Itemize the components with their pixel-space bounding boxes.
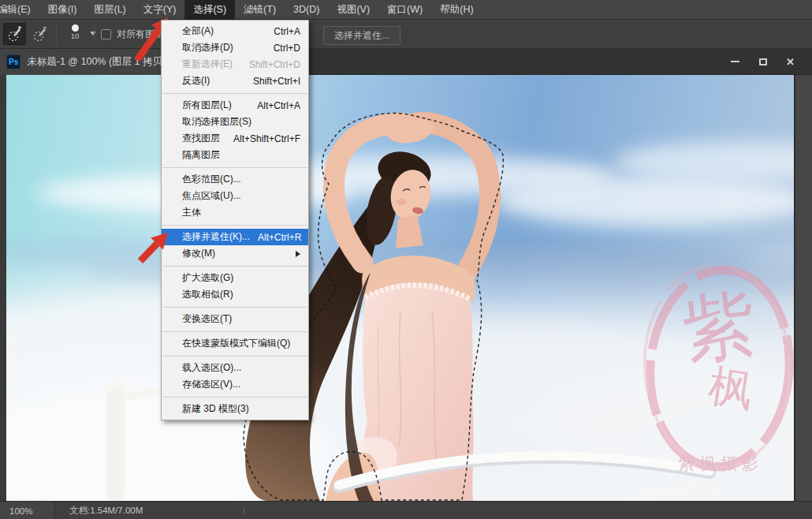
- menu-window[interactable]: 窗口(W): [378, 0, 431, 20]
- brush-size-picker[interactable]: 10: [61, 22, 88, 47]
- chevron-down-icon: [90, 32, 96, 35]
- watermark-char-feng: 枫: [706, 360, 757, 416]
- menu-item-load-selection[interactable]: 载入选区(O)...: [162, 360, 308, 376]
- menu-edit[interactable]: 编辑(E): [0, 0, 39, 20]
- menu-item-grow[interactable]: 扩大选取(G): [162, 270, 308, 286]
- quick-selection-new-button[interactable]: [3, 23, 26, 45]
- close-icon: ✕: [786, 56, 795, 68]
- menu-separator: [162, 93, 307, 94]
- quick-selection-subtract-icon: [32, 25, 49, 43]
- status-expander-icon[interactable]: 〉: [241, 505, 251, 517]
- maximize-icon: [759, 58, 767, 65]
- menu-item-transform-selection[interactable]: 变换选区(T): [162, 311, 308, 327]
- menu-item-isolate-layers[interactable]: 隔离图层: [162, 147, 308, 163]
- menu-item-reselect: 重新选择(E) Shift+Ctrl+D: [162, 56, 308, 73]
- photoshop-file-icon: Ps: [6, 54, 20, 69]
- menu-item-inverse[interactable]: 反选(I) Shift+Ctrl+I: [162, 73, 308, 89]
- submenu-arrow-icon: [296, 251, 300, 257]
- canvas-area: 紫 枫 紫枫摄影: [0, 75, 812, 501]
- menu-item-find-layers[interactable]: 查找图层 Alt+Shift+Ctrl+F: [162, 130, 308, 147]
- menu-3d[interactable]: 3D(D): [285, 1, 328, 18]
- menu-item-focus-area[interactable]: 焦点区域(U)...: [162, 188, 308, 204]
- menu-item-select-and-mask[interactable]: 选择并遮住(K)... Alt+Ctrl+R: [162, 229, 308, 245]
- menu-item-deselect-layers[interactable]: 取消选择图层(S): [162, 114, 308, 130]
- menu-select[interactable]: 选择(S): [184, 0, 235, 20]
- zoom-level-field[interactable]: 100%: [0, 502, 55, 519]
- minimize-icon: [731, 61, 739, 62]
- menu-item-new-3d-extrusion[interactable]: 新建 3D 模型(3): [162, 401, 308, 417]
- document-tab-bar: Ps 未标题-1 @ 100% (图层 1 拷贝 ✕: [0, 49, 812, 75]
- menu-item-color-range[interactable]: 色彩范围(C)...: [162, 171, 308, 188]
- document-tab[interactable]: Ps 未标题-1 @ 100% (图层 1 拷贝: [0, 49, 162, 75]
- pasteboard: [794, 75, 812, 501]
- brush-size-value: 10: [61, 32, 88, 39]
- menu-separator: [162, 225, 307, 226]
- sample-all-layers-checkbox[interactable]: [101, 29, 111, 39]
- menu-filter[interactable]: 滤镜(T): [235, 0, 285, 20]
- options-divider: [94, 24, 95, 44]
- menu-separator: [162, 167, 307, 168]
- options-divider: [56, 24, 57, 44]
- minimize-button[interactable]: [723, 53, 747, 70]
- menu-item-all[interactable]: 全部(A) Ctrl+A: [162, 23, 308, 39]
- options-bar: 10 对所有图层取样 选择并遮住...: [0, 20, 812, 49]
- menu-item-save-selection[interactable]: 存储选区(V)...: [162, 376, 308, 393]
- select-menu-dropdown: 全部(A) Ctrl+A 取消选择(D) Ctrl+D 重新选择(E) Shif…: [161, 20, 309, 420]
- window-controls: ✕: [723, 53, 803, 70]
- menu-help[interactable]: 帮助(H): [431, 0, 482, 20]
- brush-preview-icon: [72, 24, 79, 32]
- menu-item-subject[interactable]: 主体: [162, 204, 308, 221]
- status-bar: 100% 文档:1.54M/7.00M 〉: [0, 501, 812, 519]
- menu-view[interactable]: 视图(V): [328, 0, 378, 20]
- photoshop-window: 编辑(E) 图像(I) 图层(L) 文字(Y) 选择(S) 滤镜(T) 3D(D…: [0, 0, 812, 519]
- menu-item-quick-mask-mode[interactable]: 在快速蒙版模式下编辑(Q): [162, 335, 308, 352]
- quick-selection-subtract-button[interactable]: [28, 23, 51, 45]
- menu-separator: [162, 307, 307, 308]
- document-title: 未标题-1 @ 100% (图层 1 拷贝: [27, 55, 162, 69]
- quick-selection-add-icon: [6, 25, 24, 43]
- menu-layer[interactable]: 图层(L): [85, 0, 134, 20]
- menu-separator: [162, 397, 307, 398]
- select-and-mask-button[interactable]: 选择并遮住...: [323, 26, 400, 45]
- menu-separator: [162, 331, 307, 332]
- menu-item-similar[interactable]: 选取相似(R): [162, 286, 308, 303]
- menu-item-all-layers[interactable]: 所有图层(L) Alt+Ctrl+A: [162, 97, 308, 114]
- watermark-char-zi: 紫: [679, 282, 760, 373]
- canvas-photo[interactable]: 紫 枫 紫枫摄影: [6, 75, 794, 501]
- photo-illustration: 紫 枫 紫枫摄影: [6, 75, 794, 501]
- menu-bar: 编辑(E) 图像(I) 图层(L) 文字(Y) 选择(S) 滤镜(T) 3D(D…: [0, 0, 812, 20]
- watermark-studio-text: 紫枫摄影: [678, 454, 763, 472]
- menu-type[interactable]: 文字(Y): [135, 0, 185, 20]
- maximize-button[interactable]: [751, 53, 775, 70]
- menu-separator: [162, 356, 307, 357]
- menu-image[interactable]: 图像(I): [39, 0, 86, 20]
- document-size-info: 文档:1.54M/7.00M: [69, 505, 143, 517]
- menu-separator: [162, 266, 307, 267]
- menu-item-modify[interactable]: 修改(M): [162, 245, 308, 262]
- menu-item-deselect[interactable]: 取消选择(D) Ctrl+D: [162, 39, 308, 56]
- close-button[interactable]: ✕: [778, 53, 803, 70]
